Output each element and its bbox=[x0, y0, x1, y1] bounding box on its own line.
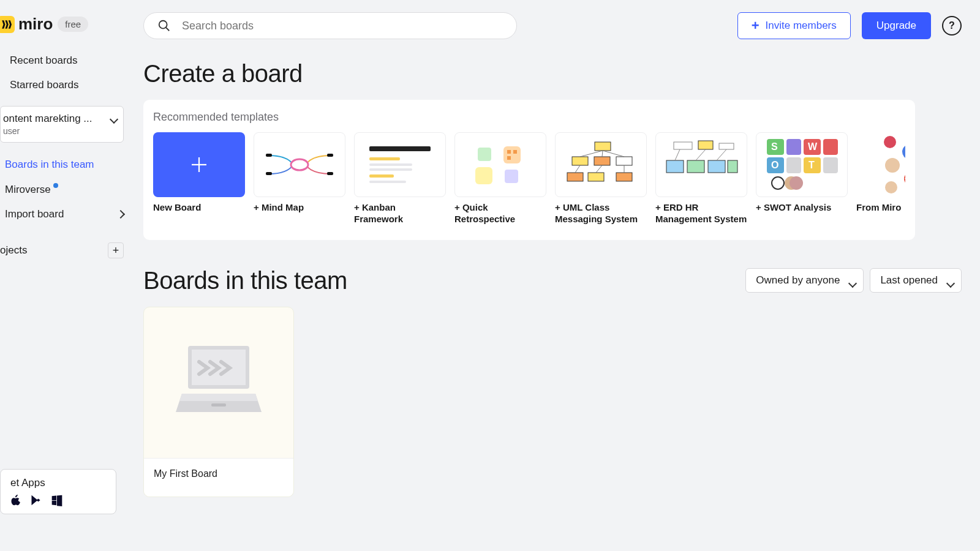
svg-point-60 bbox=[884, 136, 896, 148]
laptop-icon bbox=[170, 340, 268, 425]
template-erd[interactable]: + ERD HR Management System bbox=[655, 132, 747, 225]
template-thumb bbox=[655, 132, 747, 197]
svg-rect-6 bbox=[327, 154, 333, 157]
get-apps-label: et Apps bbox=[10, 477, 106, 489]
svg-text:O: O bbox=[771, 160, 778, 170]
team-role: user bbox=[3, 126, 116, 136]
board-name: My First Board bbox=[154, 468, 284, 479]
get-apps-card[interactable]: et Apps bbox=[0, 469, 116, 514]
svg-rect-21 bbox=[507, 156, 511, 160]
svg-rect-68 bbox=[211, 403, 226, 407]
svg-rect-16 bbox=[503, 146, 521, 163]
invite-members-button[interactable]: + Invite members bbox=[737, 12, 851, 39]
chevron-down-icon bbox=[850, 277, 856, 290]
board-thumb bbox=[144, 307, 293, 458]
svg-line-44 bbox=[717, 149, 726, 160]
svg-text:T: T bbox=[809, 160, 815, 170]
svg-line-29 bbox=[580, 151, 603, 157]
nav: Recent boards Starred boards bbox=[0, 48, 129, 97]
add-project-button[interactable]: + bbox=[108, 242, 124, 258]
search-input[interactable] bbox=[182, 20, 503, 32]
svg-rect-14 bbox=[369, 181, 406, 183]
template-label: + UML Class Messaging System bbox=[555, 202, 647, 225]
svg-rect-24 bbox=[594, 157, 610, 165]
template-new-board[interactable]: New Board bbox=[153, 132, 245, 225]
upgrade-button[interactable]: Upgrade bbox=[862, 12, 931, 39]
nav-starred-boards[interactable]: Starred boards bbox=[5, 73, 124, 97]
svg-rect-41 bbox=[728, 160, 737, 173]
templates-row: New Board bbox=[153, 132, 905, 225]
svg-rect-4 bbox=[266, 154, 272, 157]
svg-point-0 bbox=[159, 21, 167, 29]
header: + Invite members Upgrade ? bbox=[143, 12, 980, 39]
svg-text:TED: TED bbox=[905, 177, 905, 182]
svg-line-43 bbox=[696, 149, 706, 160]
main: + Invite members Upgrade ? Create a boar… bbox=[129, 0, 980, 551]
svg-text:S: S bbox=[771, 141, 778, 152]
svg-rect-7 bbox=[327, 172, 333, 175]
svg-rect-36 bbox=[698, 141, 713, 149]
projects-row: ojects + bbox=[0, 231, 129, 258]
nav-miroverse[interactable]: Miroverse bbox=[5, 177, 124, 202]
nav-sub: Boards in this team Miroverse Import boa… bbox=[0, 148, 129, 231]
svg-rect-50 bbox=[786, 157, 801, 173]
svg-rect-10 bbox=[369, 157, 400, 160]
svg-rect-28 bbox=[616, 173, 632, 181]
template-label: + Quick Retrospective bbox=[454, 202, 546, 225]
search-icon bbox=[157, 19, 171, 32]
nav-import-board[interactable]: Import board bbox=[5, 202, 124, 227]
svg-rect-5 bbox=[266, 172, 272, 175]
template-retrospective[interactable]: + Quick Retrospective bbox=[454, 132, 546, 225]
chevron-down-icon bbox=[948, 277, 954, 290]
chevron-right-icon bbox=[118, 208, 124, 220]
svg-point-59 bbox=[790, 176, 803, 190]
invite-members-label: Invite members bbox=[766, 20, 837, 32]
brand-logo[interactable]: miro bbox=[0, 15, 53, 34]
template-from-miroverse[interactable]: TED From Miro bbox=[856, 132, 905, 225]
template-uml[interactable]: + UML Class Messaging System bbox=[555, 132, 647, 225]
template-label: + SWOT Analysis bbox=[756, 202, 848, 214]
google-play-icon bbox=[30, 494, 42, 506]
board-card[interactable]: My First Board bbox=[143, 307, 294, 497]
svg-rect-39 bbox=[687, 160, 704, 173]
template-kanban[interactable]: + Kanban Framework bbox=[354, 132, 446, 225]
svg-line-30 bbox=[602, 151, 603, 157]
nav-import-board-label: Import board bbox=[5, 208, 64, 220]
svg-rect-12 bbox=[369, 168, 412, 171]
svg-point-57 bbox=[772, 177, 784, 189]
plus-icon: + bbox=[752, 18, 760, 34]
filter-sort-select[interactable]: Last opened bbox=[870, 268, 962, 293]
projects-label: ojects bbox=[0, 244, 27, 257]
windows-icon bbox=[51, 494, 63, 506]
help-button[interactable]: ? bbox=[942, 16, 962, 36]
svg-rect-46 bbox=[786, 139, 801, 155]
sidebar: miro free Recent boards Starred boards o… bbox=[0, 0, 129, 551]
filter-sort-label: Last opened bbox=[880, 274, 938, 287]
svg-rect-19 bbox=[507, 150, 511, 154]
svg-rect-11 bbox=[369, 163, 412, 166]
team-switcher[interactable]: ontent marekting ... user bbox=[0, 106, 124, 143]
template-swot[interactable]: S W O T + SWOT Analysis bbox=[756, 132, 848, 225]
nav-boards-in-team[interactable]: Boards in this team bbox=[5, 152, 124, 177]
search-box[interactable] bbox=[143, 12, 517, 39]
team-name: ontent marekting ... bbox=[3, 113, 116, 125]
board-meta: My First Board bbox=[144, 458, 293, 497]
template-thumb bbox=[454, 132, 546, 197]
svg-rect-35 bbox=[674, 142, 692, 149]
svg-point-64 bbox=[885, 181, 897, 193]
brand-row: miro free bbox=[0, 15, 129, 48]
template-thumb: S W O T bbox=[756, 132, 848, 197]
filter-owner-label: Owned by anyone bbox=[756, 274, 840, 287]
brand-name: miro bbox=[18, 15, 53, 34]
svg-point-62 bbox=[885, 158, 900, 173]
template-mind-map[interactable]: + Mind Map bbox=[254, 132, 345, 225]
svg-rect-9 bbox=[369, 146, 431, 151]
template-label: + Kanban Framework bbox=[354, 202, 446, 225]
svg-rect-17 bbox=[475, 167, 492, 184]
boards-title: Boards in this team bbox=[143, 267, 347, 294]
svg-line-32 bbox=[575, 165, 580, 173]
nav-recent-boards[interactable]: Recent boards bbox=[5, 48, 124, 73]
template-thumb: TED bbox=[856, 132, 905, 197]
filter-owner-select[interactable]: Owned by anyone bbox=[745, 268, 864, 293]
svg-rect-22 bbox=[595, 142, 611, 151]
